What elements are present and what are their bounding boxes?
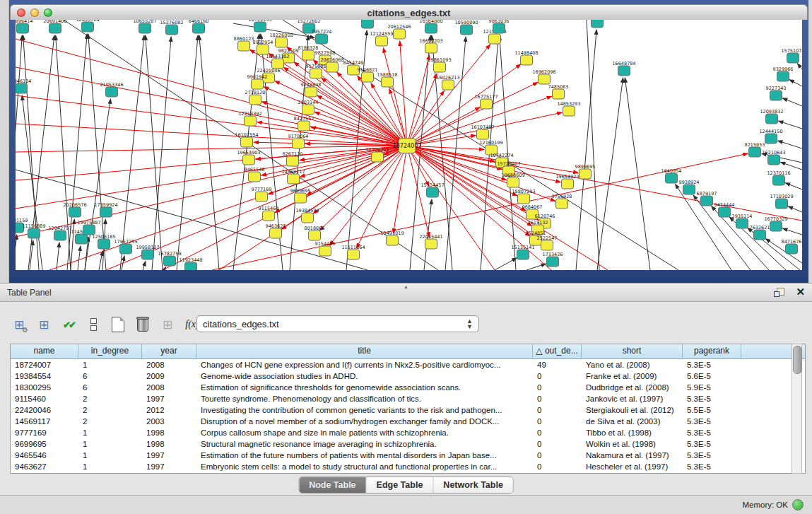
- graph-node-16770329[interactable]: [770, 221, 782, 231]
- graph-node-19861093[interactable]: [434, 62, 446, 72]
- panel-resize-handle[interactable]: ▴: [404, 284, 407, 290]
- graph-node-16648784[interactable]: [618, 66, 630, 76]
- graph-node-8471676[interactable]: [786, 244, 798, 254]
- graph-node-17103029[interactable]: [776, 199, 788, 209]
- table-row[interactable]: 911546021997Tourette syndrome. Phenomeno…: [11, 393, 805, 404]
- graph-node-11498408[interactable]: [521, 55, 533, 65]
- show-columns-button[interactable]: ⊞: [35, 315, 53, 334]
- graph-node-12444150[interactable]: [765, 134, 777, 144]
- graph-node-8018666[interactable]: [309, 230, 321, 240]
- graph-node-9777169[interactable]: [256, 192, 268, 201]
- graph-node-10590090[interactable]: [461, 25, 473, 35]
- graph-node-1733426[interactable]: [547, 257, 559, 267]
- graph-node-9465546[interactable]: [249, 172, 261, 182]
- graph-node-12154903[interactable]: [489, 34, 501, 44]
- network-canvas[interactable]: 1872400788601238912954182260589827509818…: [16, 20, 802, 270]
- graph-node-8466160[interactable]: [193, 23, 205, 33]
- graph-node-15723059[interactable]: [362, 20, 374, 28]
- table-row[interactable]: 1830029562008Estimation of significance …: [11, 382, 805, 393]
- graph-node-15493019[interactable]: [387, 235, 399, 245]
- graph-node-2935114[interactable]: [736, 218, 748, 228]
- graph-node-8813074[interactable]: [592, 20, 604, 28]
- graph-node-9227343[interactable]: [770, 90, 782, 100]
- graph-node-1846134[interactable]: [16, 83, 28, 93]
- graph-node-6879197[interactable]: [701, 196, 713, 206]
- column-header[interactable]: short: [582, 344, 683, 358]
- graph-node-9115460[interactable]: [263, 211, 275, 221]
- graph-node-9329966[interactable]: [777, 71, 789, 81]
- tab-edge-table[interactable]: Edge Table: [367, 477, 434, 493]
- graph-node-12370116[interactable]: [773, 175, 785, 185]
- graph-node-9861036[interactable]: [493, 23, 505, 33]
- table-row[interactable]: 1872400712008Changes of HCN gene express…: [11, 359, 805, 370]
- network-window-titlebar[interactable]: citations_edges.txt: [10, 4, 808, 21]
- graph-node-9170064[interactable]: [293, 139, 305, 148]
- column-header[interactable]: title: [196, 344, 533, 358]
- column-header[interactable]: △ out_de...: [533, 344, 582, 358]
- close-window-icon[interactable]: [17, 8, 25, 17]
- graph-node-9699695[interactable]: [295, 193, 307, 203]
- graph-node-15135141[interactable]: [517, 250, 529, 259]
- table-select-dropdown[interactable]: citations_edges.txt ▲▼: [196, 315, 479, 332]
- table-row[interactable]: 946362711997Embryonic stem cells: a mode…: [11, 461, 805, 472]
- graph-node-16775177[interactable]: [481, 99, 493, 109]
- graph-node-18300295[interactable]: [372, 152, 384, 162]
- select-all-button[interactable]: ✔✔: [59, 315, 78, 334]
- graph-node-7485083[interactable]: [553, 89, 565, 99]
- graph-node-7957224[interactable]: [316, 34, 328, 44]
- delete-rows-button[interactable]: [134, 315, 152, 334]
- graph-node-2803144[interactable]: [302, 105, 314, 115]
- graph-node-10688609[interactable]: [507, 177, 519, 187]
- graph-node-9175685[interactable]: [310, 69, 322, 78]
- column-header[interactable]: in_degree: [78, 344, 142, 358]
- graph-node-1640954[interactable]: [666, 173, 678, 183]
- table-panel-header[interactable]: ▴ Table Panel ✕: [0, 283, 812, 302]
- graph-node-12042757[interactable]: [54, 230, 66, 240]
- graph-node-18807293[interactable]: [518, 194, 530, 204]
- graph-node-17359924[interactable]: [100, 207, 112, 217]
- graph-node-15134457[interactable]: [427, 187, 439, 197]
- close-panel-icon[interactable]: ✕: [796, 286, 805, 298]
- graph-node-14569117[interactable]: [288, 174, 300, 184]
- table-row[interactable]: 977716911998Corpus callosum shape and si…: [11, 427, 805, 438]
- graph-node-8267130[interactable]: [287, 156, 299, 166]
- column-header[interactable]: pagerank: [683, 344, 741, 358]
- delete-table-button[interactable]: ⊞: [158, 315, 177, 334]
- table-vertical-scrollbar[interactable]: [792, 344, 802, 474]
- graph-node-16107554[interactable]: [241, 137, 253, 147]
- graph-node-16782759[interactable]: [164, 256, 176, 266]
- graph-node-9242848[interactable]: [305, 87, 317, 97]
- graph-node-12505185[interactable]: [98, 239, 110, 249]
- graph-node-10719135[interactable]: [254, 22, 266, 32]
- table-row[interactable]: 2242004622012Investigating the contribut…: [11, 404, 805, 416]
- minimize-window-icon[interactable]: [30, 8, 39, 17]
- graph-node-20612546[interactable]: [394, 29, 406, 39]
- graph-node-16962096[interactable]: [539, 74, 551, 84]
- table-row[interactable]: 969969511998Structural magnetic resonanc…: [11, 438, 805, 450]
- tab-network-table[interactable]: Network Table: [433, 477, 513, 493]
- graph-node-19384554[interactable]: [302, 213, 314, 223]
- graph-node-8912954[interactable]: [257, 45, 269, 54]
- column-header[interactable]: year: [142, 344, 196, 358]
- graph-node-19975887[interactable]: [83, 225, 95, 235]
- graph-node-8215953[interactable]: [749, 147, 761, 157]
- graph-node-9463627[interactable]: [270, 228, 282, 238]
- graph-node-16210643[interactable]: [768, 155, 780, 165]
- graph-node-20691406[interactable]: [49, 23, 61, 33]
- graph-node-11511064[interactable]: [348, 250, 360, 259]
- graph-node-11923448[interactable]: [185, 262, 197, 270]
- graph-node-9756928[interactable]: [556, 199, 568, 209]
- graph-node-19958107[interactable]: [142, 250, 154, 259]
- graph-node-9938924[interactable]: [683, 185, 695, 194]
- column-header[interactable]: name: [11, 344, 78, 358]
- graph-node-1896414[interactable]: [17, 23, 29, 33]
- graph-node-19654923[interactable]: [562, 179, 574, 189]
- graph-node-10655287[interactable]: [139, 23, 151, 33]
- graph-node-16107487[interactable]: [477, 129, 489, 139]
- float-panel-icon[interactable]: [774, 287, 785, 298]
- graph-node-19654903[interactable]: [243, 155, 255, 165]
- table-mode-button[interactable]: ⊞ ⚙: [10, 315, 28, 334]
- graph-node-8186328[interactable]: [302, 50, 314, 60]
- graph-node-16543302[interactable]: [272, 59, 284, 69]
- graph-node-1145194[interactable]: [76, 234, 88, 244]
